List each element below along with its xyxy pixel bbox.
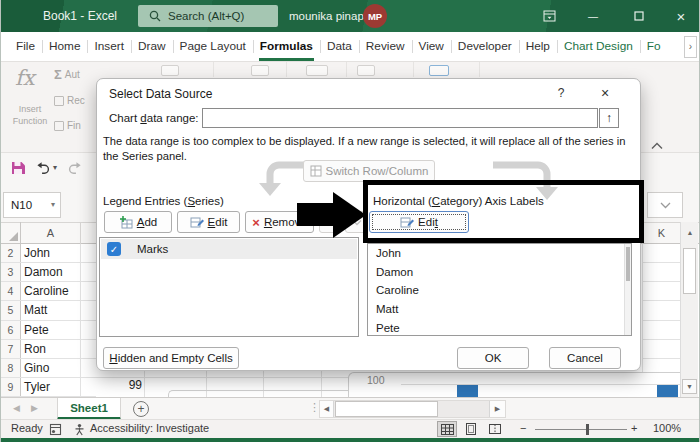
- series-list-item[interactable]: ✓ Marks: [101, 239, 357, 259]
- move-series-up-button[interactable]: [319, 211, 342, 233]
- cell-b9-left[interactable]: [81, 378, 96, 396]
- collapse-ribbon-button[interactable]: [651, 136, 663, 154]
- cell-a4[interactable]: Caroline: [21, 282, 81, 300]
- scroll-down-icon[interactable]: ▼: [682, 379, 697, 394]
- page-break-preview-button[interactable]: [485, 421, 505, 437]
- tab-review[interactable]: Review: [359, 32, 412, 61]
- checkbox-checked-icon[interactable]: ✓: [107, 242, 121, 256]
- add-series-button[interactable]: Add: [104, 211, 172, 233]
- ribbon-display-options-button[interactable]: [533, 0, 565, 32]
- tab-file[interactable]: File: [9, 32, 42, 61]
- cell-a7[interactable]: Ron: [21, 340, 81, 358]
- row-header[interactable]: 4: [1, 282, 21, 300]
- cancel-button[interactable]: Cancel: [549, 347, 621, 369]
- tab-developer[interactable]: Developer: [451, 32, 519, 61]
- tab-data[interactable]: Data: [320, 32, 359, 61]
- window-edge-chevron[interactable]: ›: [684, 36, 697, 58]
- chart-data-range-input[interactable]: [202, 108, 598, 128]
- normal-view-button[interactable]: [437, 421, 457, 437]
- move-series-down-button[interactable]: [345, 211, 368, 233]
- cell-b4[interactable]: [81, 282, 96, 300]
- edit-series-button[interactable]: Edit: [177, 211, 240, 233]
- zoom-in-button[interactable]: +: [631, 422, 637, 434]
- cell-a6[interactable]: Pete: [21, 321, 81, 339]
- next-sheet-icon[interactable]: ▶: [31, 403, 38, 413]
- accessibility-icon[interactable]: [73, 423, 86, 436]
- edit-axis-labels-button[interactable]: Edit: [369, 211, 469, 233]
- column-header-k[interactable]: K: [642, 222, 680, 244]
- page-layout-view-button[interactable]: [461, 421, 481, 437]
- sheet-grid-left[interactable]: 2John 3Damon 4Caroline 5Matt 6Pete 7Ron …: [1, 244, 96, 397]
- tab-insert[interactable]: Insert: [87, 32, 131, 61]
- zoom-level[interactable]: 100%: [653, 422, 681, 434]
- sheet-tab-sheet1[interactable]: Sheet1: [57, 398, 121, 420]
- cell-b7[interactable]: [81, 340, 96, 358]
- zoom-slider-thumb[interactable]: [586, 424, 589, 435]
- list-item[interactable]: Matt: [368, 300, 631, 319]
- horizontal-scrollbar-thumb[interactable]: [335, 401, 438, 417]
- row-header[interactable]: 8: [1, 359, 21, 377]
- row-header[interactable]: 6: [1, 321, 21, 339]
- maximize-button[interactable]: [623, 0, 655, 32]
- list-item[interactable]: John: [368, 244, 631, 263]
- search-box[interactable]: Search (Alt+Q): [138, 5, 278, 27]
- accessibility-status[interactable]: Accessibility: Investigate: [90, 422, 209, 434]
- scroll-left-icon[interactable]: ◀: [320, 401, 334, 417]
- remove-series-button[interactable]: × Remove: [245, 211, 314, 233]
- cell-a5[interactable]: Matt: [21, 301, 81, 319]
- tab-draw[interactable]: Draw: [131, 32, 173, 61]
- horizontal-scrollbar[interactable]: ◀ ▶: [319, 400, 506, 418]
- cell-b8[interactable]: [81, 359, 96, 377]
- row-header[interactable]: 7: [1, 340, 21, 358]
- cell-a3[interactable]: Damon: [21, 263, 81, 281]
- cell-b3[interactable]: [81, 263, 96, 281]
- row-header[interactable]: 9: [1, 378, 21, 396]
- zoom-out-button[interactable]: −: [520, 422, 526, 434]
- scroll-right-icon[interactable]: ▶: [489, 401, 505, 417]
- row-header[interactable]: 3: [1, 263, 21, 281]
- range-selector-button[interactable]: ↑: [599, 108, 619, 128]
- cell-b5[interactable]: [81, 301, 96, 319]
- cell-a9[interactable]: Tyler: [21, 378, 81, 396]
- ok-button[interactable]: OK: [457, 347, 529, 369]
- row-header[interactable]: 5: [1, 301, 21, 319]
- undo-icon[interactable]: [35, 161, 51, 176]
- recently-used-button[interactable]: Rec: [54, 95, 85, 106]
- cell-b2[interactable]: [81, 244, 96, 262]
- list-scrollbar[interactable]: [624, 244, 631, 335]
- row-header[interactable]: 2: [1, 244, 21, 262]
- name-box[interactable]: N10 ▾: [3, 192, 61, 218]
- cell-a8[interactable]: Gino: [21, 359, 81, 377]
- hidden-and-empty-cells-button[interactable]: Hidden and Empty Cells: [103, 347, 239, 369]
- cell-b9-value[interactable]: 99: [114, 378, 142, 392]
- undo-dropdown-icon[interactable]: ▾: [53, 163, 57, 172]
- list-item[interactable]: Caroline: [368, 281, 631, 300]
- chart-fragment[interactable]: 100: [348, 372, 695, 397]
- axis-labels-list[interactable]: John Damon Caroline Matt Pete: [367, 243, 632, 336]
- select-all-corner[interactable]: [1, 222, 21, 244]
- avatar[interactable]: MP: [363, 4, 387, 28]
- save-icon[interactable]: [10, 160, 26, 176]
- close-button[interactable]: ×: [665, 0, 697, 32]
- new-sheet-button[interactable]: +: [133, 401, 149, 417]
- tab-view[interactable]: View: [412, 32, 451, 61]
- redo-icon[interactable]: [67, 161, 83, 176]
- cell-a2[interactable]: John: [21, 244, 81, 262]
- insert-function-label[interactable]: Insert Function: [1, 104, 59, 127]
- financial-button[interactable]: Fin: [54, 120, 81, 131]
- switch-row-column-button[interactable]: Switch Row/Column: [303, 160, 435, 182]
- scroll-up-icon[interactable]: ▲: [683, 226, 697, 240]
- cell-b6[interactable]: [81, 321, 96, 339]
- dialog-help-button[interactable]: ?: [547, 83, 575, 103]
- tab-chart-design[interactable]: Chart Design: [557, 32, 640, 61]
- list-item[interactable]: Damon: [368, 263, 631, 282]
- column-header-a[interactable]: A: [21, 222, 81, 244]
- vertical-scrollbar-thumb[interactable]: [683, 248, 696, 294]
- legend-entries-list[interactable]: ✓ Marks: [99, 237, 359, 337]
- tab-format-clipped[interactable]: Fo: [640, 32, 668, 61]
- list-scrollbar-thumb[interactable]: [626, 247, 630, 281]
- name-box-dropdown-icon[interactable]: ▾: [51, 193, 55, 217]
- list-item[interactable]: Pete: [368, 318, 631, 337]
- tab-help[interactable]: Help: [519, 32, 557, 61]
- fx-icon[interactable]: fx: [15, 66, 35, 90]
